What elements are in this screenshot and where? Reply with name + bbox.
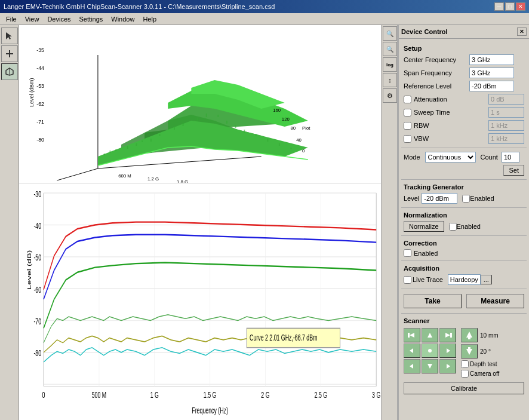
zoom-out-button[interactable]: 🔍 bbox=[383, 42, 397, 56]
scanner-left[interactable] bbox=[404, 344, 420, 358]
device-control-title: Device Control bbox=[401, 28, 448, 35]
menu-help[interactable]: Help bbox=[139, 14, 160, 24]
tracking-enabled-checkbox[interactable] bbox=[462, 195, 470, 203]
count-input[interactable] bbox=[502, 152, 519, 163]
svg-rect-26 bbox=[127, 146, 128, 149]
device-control-close[interactable]: ✕ bbox=[517, 27, 527, 36]
svg-rect-40 bbox=[267, 139, 268, 142]
svg-rect-42 bbox=[291, 148, 292, 149]
correction-enabled-label: Enabled bbox=[414, 250, 438, 257]
span-frequency-input[interactable] bbox=[469, 68, 514, 78]
attenuation-label: Attenuation bbox=[414, 96, 447, 103]
correction-enabled-checkbox[interactable] bbox=[404, 249, 411, 257]
center-frequency-input[interactable] bbox=[469, 54, 514, 65]
svg-rect-37 bbox=[235, 125, 236, 128]
mode-select[interactable]: Continuous Single bbox=[425, 152, 476, 163]
zoom-in-button[interactable]: 🔍 bbox=[383, 26, 397, 41]
scanner-up[interactable] bbox=[422, 328, 438, 342]
scanner-z-down[interactable] bbox=[461, 344, 478, 358]
tool-pointer[interactable] bbox=[1, 27, 18, 44]
scanner-left-slow[interactable] bbox=[404, 359, 420, 373]
svg-marker-98 bbox=[447, 364, 450, 369]
menu-devices[interactable]: Devices bbox=[44, 14, 74, 24]
normalization-enabled-label: Enabled bbox=[457, 223, 481, 230]
minimize-button[interactable]: ─ bbox=[494, 2, 504, 11]
menu-file[interactable]: File bbox=[2, 14, 20, 24]
set-button[interactable]: Set bbox=[503, 165, 524, 176]
acquisition-label: Acquisition bbox=[401, 263, 527, 273]
sweep-time-input[interactable] bbox=[488, 107, 524, 118]
svg-text:-30: -30 bbox=[33, 189, 41, 199]
normalize-button[interactable]: Normalize bbox=[404, 221, 444, 232]
depth-test-checkbox[interactable] bbox=[461, 360, 469, 368]
attenuation-input[interactable] bbox=[488, 94, 524, 105]
svg-point-94 bbox=[428, 349, 432, 352]
attenuation-checkbox[interactable] bbox=[404, 96, 411, 103]
svg-text:80: 80 bbox=[291, 125, 296, 131]
sweep-time-checkbox[interactable] bbox=[404, 109, 411, 117]
tool-3d[interactable] bbox=[1, 63, 18, 80]
hardcopy-dots-button[interactable]: ... bbox=[481, 275, 492, 284]
menu-view[interactable]: View bbox=[21, 14, 43, 24]
normalization-enabled-checkbox[interactable] bbox=[449, 223, 457, 231]
measure-button[interactable]: Measure bbox=[466, 294, 524, 308]
log-button[interactable]: log bbox=[383, 57, 397, 72]
svg-text:-35: -35 bbox=[36, 47, 44, 53]
svg-marker-91 bbox=[445, 333, 450, 338]
camera-off-label: Camera off bbox=[470, 370, 499, 377]
correction-row: Enabled bbox=[401, 248, 527, 258]
scanner-right[interactable] bbox=[439, 344, 456, 358]
vbw-input[interactable] bbox=[488, 133, 524, 144]
chart-2d[interactable]: -30 -40 -50 -60 -70 -80 Level (dB) 0 500… bbox=[19, 183, 381, 420]
hardcopy-input[interactable] bbox=[448, 274, 481, 285]
span-frequency-row: Span Frequency bbox=[401, 66, 527, 79]
rbw-label: RBW bbox=[414, 122, 429, 129]
svg-marker-96 bbox=[410, 364, 413, 369]
cursor-button[interactable]: ↕ bbox=[383, 73, 397, 87]
camera-off-checkbox[interactable] bbox=[461, 370, 469, 378]
svg-rect-35 bbox=[217, 115, 219, 117]
rbw-input[interactable] bbox=[488, 120, 524, 131]
calibrate-button[interactable]: Calibrate bbox=[404, 382, 524, 394]
mode-row: Mode Continuous Single Count bbox=[401, 151, 527, 164]
scanner-right-fast[interactable] bbox=[439, 328, 456, 342]
svg-text:Level (dBm): Level (dBm) bbox=[29, 78, 35, 107]
tracking-level-input[interactable] bbox=[422, 193, 457, 204]
scanner-label: Scanner bbox=[401, 316, 527, 326]
svg-rect-31 bbox=[174, 127, 175, 130]
svg-text:-80: -80 bbox=[33, 348, 41, 358]
svg-rect-92 bbox=[450, 333, 452, 338]
svg-text:3 G: 3 G bbox=[372, 390, 380, 400]
take-button[interactable]: Take bbox=[404, 294, 462, 308]
scanner-right-slow[interactable] bbox=[439, 359, 456, 373]
tracking-level-row: Level Enabled bbox=[401, 192, 527, 205]
rbw-checkbox[interactable] bbox=[404, 122, 411, 130]
svg-text:-50: -50 bbox=[33, 253, 41, 263]
svg-text:-44: -44 bbox=[36, 65, 44, 71]
maximize-button[interactable]: □ bbox=[505, 2, 515, 11]
settings-chart-button[interactable]: ⚙ bbox=[383, 88, 397, 103]
live-trace-checkbox[interactable] bbox=[404, 276, 411, 284]
span-frequency-label: Span Frequency bbox=[404, 69, 469, 76]
titlebar-title: Langer EMV-Technik GmbH ChipScan-Scanner… bbox=[4, 3, 275, 10]
tool-crosshair[interactable] bbox=[1, 45, 18, 62]
svg-rect-24 bbox=[110, 151, 111, 153]
menu-settings[interactable]: Settings bbox=[76, 14, 107, 24]
chart-3d[interactable]: Level (dBm) -35 -44 -53 -62 -71 -80 bbox=[19, 25, 381, 183]
menu-window[interactable]: Window bbox=[107, 14, 138, 24]
scanner-left-fast[interactable] bbox=[404, 328, 420, 342]
svg-text:40: 40 bbox=[296, 137, 302, 143]
tracking-level-label: Level bbox=[404, 195, 419, 202]
svg-marker-99 bbox=[466, 332, 472, 338]
reference-level-input[interactable] bbox=[469, 81, 514, 91]
close-button[interactable]: ✕ bbox=[516, 2, 525, 11]
reference-level-row: Reference Level bbox=[401, 79, 527, 93]
scanner-down[interactable] bbox=[422, 359, 438, 373]
svg-text:1.2 G: 1.2 G bbox=[147, 176, 159, 182]
scanner-z-up[interactable] bbox=[461, 328, 478, 342]
depth-test-label: Depth test bbox=[470, 361, 497, 367]
vbw-checkbox[interactable] bbox=[404, 135, 411, 143]
scanner-center[interactable] bbox=[422, 344, 438, 358]
tracking-enabled-label: Enabled bbox=[470, 195, 494, 202]
svg-text:160: 160 bbox=[273, 108, 281, 113]
